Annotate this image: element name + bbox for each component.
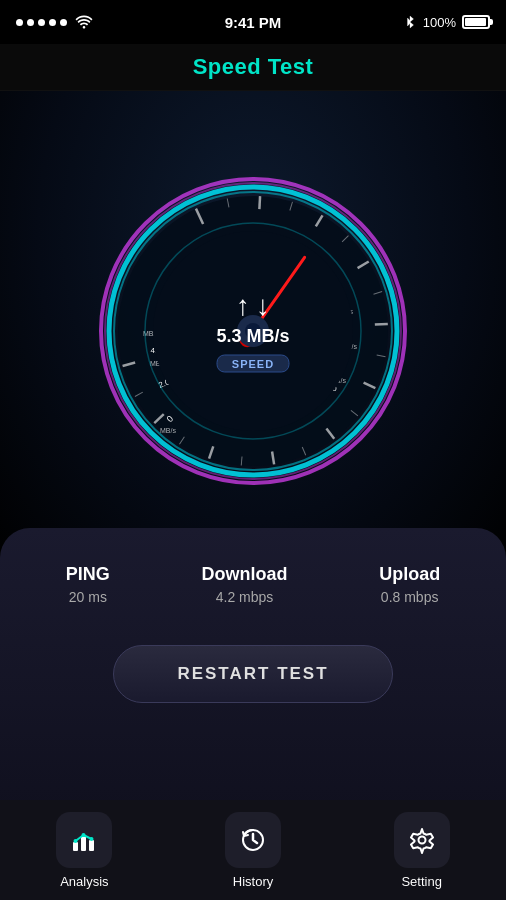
- history-icon-bg: [225, 812, 281, 868]
- signal-dot-5: [60, 19, 67, 26]
- speed-label: SPEED: [216, 355, 289, 373]
- download-arrow-icon: ↓: [256, 290, 270, 322]
- download-stat: Download 4.2 mbps: [202, 564, 288, 605]
- battery-fill: [465, 18, 486, 26]
- ping-stat: PING 20 ms: [66, 564, 110, 605]
- signal-indicators: [16, 15, 93, 29]
- setting-tab-label: Setting: [401, 874, 441, 889]
- ping-value: 20 ms: [66, 589, 110, 605]
- svg-point-58: [74, 839, 78, 843]
- restart-test-button[interactable]: RESTART TEST: [113, 645, 393, 703]
- upload-value: 0.8 mbps: [379, 589, 440, 605]
- analysis-tab-label: Analysis: [60, 874, 108, 889]
- gauge-section: 0 2.0 4.0 6.0 8.0 10.0 12.0 14.0 16.0 18…: [0, 91, 506, 571]
- signal-dot-4: [49, 19, 56, 26]
- download-label: Download: [202, 564, 288, 585]
- upload-stat: Upload 0.8 mbps: [379, 564, 440, 605]
- signal-dot-2: [27, 19, 34, 26]
- signal-dot-3: [38, 19, 45, 26]
- battery-percent: 100%: [423, 15, 456, 30]
- gauge-center-display: ↑ ↓ 5.3 MB/s SPEED: [216, 290, 289, 373]
- tab-bar: Analysis History Setting: [0, 800, 506, 900]
- transfer-arrows: ↑ ↓: [216, 290, 289, 322]
- svg-line-6: [259, 196, 260, 209]
- tab-analysis[interactable]: Analysis: [0, 812, 169, 889]
- tab-setting[interactable]: Setting: [337, 812, 506, 889]
- restart-button-container: RESTART TEST: [0, 625, 506, 723]
- battery-area: 100%: [403, 15, 490, 30]
- svg-point-62: [418, 837, 425, 844]
- download-value: 4.2 mbps: [202, 589, 288, 605]
- chart-icon: [70, 826, 98, 854]
- history-icon: [239, 826, 267, 854]
- ping-label: PING: [66, 564, 110, 585]
- stats-row: PING 20 ms Download 4.2 mbps Upload 0.8 …: [0, 528, 506, 625]
- svg-point-60: [90, 837, 94, 841]
- svg-text:MB/s: MB/s: [160, 427, 176, 434]
- status-time: 9:41 PM: [225, 14, 282, 31]
- svg-point-59: [82, 833, 86, 837]
- tab-history[interactable]: History: [169, 812, 338, 889]
- wifi-icon: [75, 15, 93, 29]
- bluetooth-icon: [403, 15, 417, 29]
- bottom-panel: PING 20 ms Download 4.2 mbps Upload 0.8 …: [0, 528, 506, 900]
- speedometer: 0 2.0 4.0 6.0 8.0 10.0 12.0 14.0 16.0 18…: [93, 171, 413, 491]
- svg-rect-57: [89, 840, 94, 851]
- setting-icon-bg: [394, 812, 450, 868]
- svg-rect-55: [73, 842, 78, 851]
- signal-dot-1: [16, 19, 23, 26]
- svg-rect-56: [81, 836, 86, 851]
- battery-icon: [462, 15, 490, 29]
- svg-line-9: [375, 324, 388, 325]
- upload-label: Upload: [379, 564, 440, 585]
- gear-icon: [408, 826, 436, 854]
- analysis-icon-bg: [56, 812, 112, 868]
- speed-display: 5.3 MB/s: [216, 326, 289, 347]
- history-tab-label: History: [233, 874, 273, 889]
- upload-arrow-icon: ↑: [236, 290, 250, 322]
- status-bar: 9:41 PM 100%: [0, 0, 506, 44]
- app-header: Speed Test: [0, 44, 506, 91]
- app-title: Speed Test: [193, 54, 314, 79]
